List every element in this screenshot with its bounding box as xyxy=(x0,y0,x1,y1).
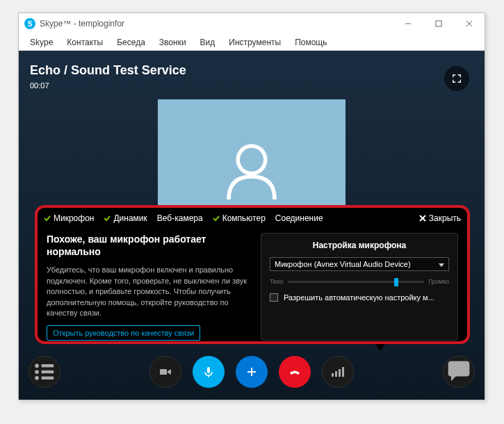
close-panel-button[interactable]: Закрыть xyxy=(419,213,461,223)
call-title: Echo / Sound Test Service xyxy=(30,63,186,78)
tab-computer[interactable]: Компьютер xyxy=(213,213,266,223)
window-controls xyxy=(393,13,485,34)
settings-body: Похоже, ваш микрофон работает нормально … xyxy=(37,229,468,348)
mic-toggle-button[interactable] xyxy=(193,356,225,388)
call-settings-panel: Микрофон Динамик Веб-камера Компьютер Со… xyxy=(37,208,468,341)
tab-connection[interactable]: Соединение xyxy=(275,213,323,223)
svg-rect-16 xyxy=(247,371,256,373)
svg-rect-1 xyxy=(436,21,441,26)
menu-tools[interactable]: Инструменты xyxy=(222,35,288,49)
menu-view[interactable]: Вид xyxy=(193,35,222,49)
video-icon xyxy=(158,365,172,379)
plus-icon xyxy=(245,365,259,379)
call-quality-button[interactable] xyxy=(322,356,354,388)
svg-point-4 xyxy=(238,146,266,174)
hangup-button[interactable] xyxy=(279,356,311,388)
app-window: S Skype™ - temploginfor Skype Контакты Б… xyxy=(18,13,485,400)
open-guide-link[interactable]: Открыть руководство по качеству связи xyxy=(47,325,200,341)
svg-rect-13 xyxy=(160,369,167,375)
mic-status-heading: Похоже, ваш микрофон работает нормально xyxy=(47,233,248,258)
tab-speaker[interactable]: Динамик xyxy=(104,213,147,223)
maximize-button[interactable] xyxy=(423,13,454,34)
svg-rect-14 xyxy=(207,367,210,373)
menu-help[interactable]: Помощь xyxy=(288,35,334,49)
menu-conversation[interactable]: Беседа xyxy=(110,35,152,49)
chat-icon xyxy=(444,357,474,387)
fullscreen-button[interactable] xyxy=(444,66,469,91)
call-controls xyxy=(19,351,485,393)
tab-webcam[interactable]: Веб-камера xyxy=(157,213,203,223)
avatar-icon xyxy=(213,131,290,207)
hangup-icon xyxy=(288,365,302,379)
check-icon xyxy=(44,215,51,222)
mic-settings-title: Настройка микрофона xyxy=(270,240,449,250)
menubar: Skype Контакты Беседа Звонки Вид Инструм… xyxy=(19,34,485,51)
settings-tabs: Микрофон Динамик Веб-камера Компьютер Со… xyxy=(37,208,468,229)
panel-arrow xyxy=(373,341,387,351)
menu-contacts[interactable]: Контакты xyxy=(60,35,110,49)
volume-slider-row: Тихо Громко xyxy=(270,278,449,285)
auto-adjust-label: Разрешить автоматическую настройку м... xyxy=(284,293,434,302)
call-timer: 00:07 xyxy=(30,81,49,90)
titlebar: S Skype™ - temploginfor xyxy=(19,13,485,34)
chat-button[interactable] xyxy=(443,356,475,388)
close-icon xyxy=(419,215,426,222)
skype-logo-icon: S xyxy=(24,18,35,29)
menu-skype[interactable]: Skype xyxy=(23,35,60,49)
check-icon xyxy=(213,215,220,222)
volume-max-label: Громко xyxy=(428,278,449,285)
video-toggle-button[interactable] xyxy=(149,356,181,388)
microphone-icon xyxy=(202,365,216,379)
close-window-button[interactable] xyxy=(454,13,485,34)
volume-min-label: Тихо xyxy=(270,278,284,285)
settings-info: Похоже, ваш микрофон работает нормально … xyxy=(47,233,248,341)
mic-settings: Настройка микрофона Микрофон (Avnex Virt… xyxy=(261,233,458,341)
window-title: Skype™ - temploginfor xyxy=(40,19,124,28)
mic-device-select[interactable]: Микрофон (Avnex Virtual Audio Device) xyxy=(270,257,449,271)
auto-adjust-checkbox-row[interactable]: Разрешить автоматическую настройку м... xyxy=(270,293,449,302)
menu-calls[interactable]: Звонки xyxy=(152,35,193,49)
expand-icon xyxy=(452,74,462,83)
mic-status-description: Убедитесь, что ваш микрофон включен и пр… xyxy=(47,265,248,318)
volume-thumb[interactable] xyxy=(394,278,398,286)
add-participant-button[interactable] xyxy=(236,356,268,388)
check-icon xyxy=(104,215,111,222)
signal-icon xyxy=(332,367,344,377)
minimize-button[interactable] xyxy=(393,13,423,34)
auto-adjust-checkbox[interactable] xyxy=(270,293,278,302)
tab-microphone[interactable]: Микрофон xyxy=(44,213,94,223)
call-area: Echo / Sound Test Service 00:07 Микрофон… xyxy=(19,51,485,400)
volume-slider[interactable] xyxy=(288,281,425,283)
